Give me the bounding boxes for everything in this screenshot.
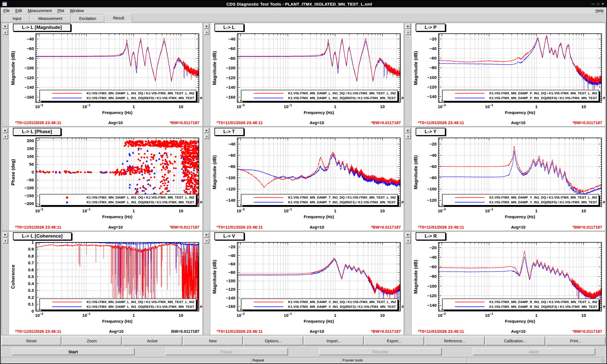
plot-chart: −20−40−60−80−100−120−140−16010−210−1110F… — [210, 241, 404, 328]
tab-result[interactable]: Result — [105, 14, 132, 22]
svg-text:K1:VIS-ITMX_MN_DAMP_R_IN1_DQ /: K1:VIS-ITMX_MN_DAMP_R_IN1_DQ / K1:VIS-IT… — [490, 300, 598, 304]
reset-button[interactable]: Reset — [1, 336, 61, 345]
minimize-icon[interactable]: — — [592, 2, 595, 6]
reference-button[interactable]: Reference... — [425, 336, 484, 345]
plot-panel: ▶ ▲ L-> P −20−40−60−80−100−120−14010−210… — [404, 23, 605, 126]
svg-text:−80: −80 — [27, 56, 34, 61]
print-button[interactable]: Print... — [546, 336, 606, 345]
svg-text:K1:VIS-ITMX_MN_DAMP_R_IN1_DQ(R: K1:VIS-ITMX_MN_DAMP_R_IN1_DQ(REF3) / K1:… — [490, 305, 605, 309]
zoom-button[interactable]: Zoom — [62, 336, 122, 345]
plot-chart: 10.90.80.70.60.50.40.30.20.1010−210−1110… — [9, 241, 202, 328]
svg-text:−80: −80 — [430, 65, 437, 70]
svg-text:−20: −20 — [430, 245, 437, 250]
svg-text:−100: −100 — [226, 279, 235, 283]
plot-panel: ▶ ▲ L-> V −20−40−60−80−100−120−140−16010… — [203, 231, 404, 335]
svg-text:−100: −100 — [24, 186, 34, 190]
expand-right-button[interactable]: ▶ — [3, 128, 8, 133]
tab-measurement[interactable]: Measurement — [30, 15, 71, 22]
svg-text:K1:VIS-ITMX_MN_DAMP_T_IN1_DQ(R: K1:VIS-ITMX_MN_DAMP_T_IN1_DQ(REF1) / K1:… — [288, 200, 404, 204]
svg-text:Frequency (Hz): Frequency (Hz) — [505, 215, 535, 219]
collapse-up-button[interactable]: ▲ — [204, 238, 209, 244]
close-icon[interactable]: ✕ — [601, 2, 604, 6]
plot-t0: *T0=11/01/2026 23:48:11 — [418, 120, 464, 125]
active-button[interactable]: Active — [122, 336, 182, 345]
import-button[interactable]: Import... — [304, 336, 364, 345]
panel-side-strip: ▶ ▲ — [405, 127, 412, 230]
svg-text:−150: −150 — [24, 194, 34, 198]
svg-text:Magnitude (dB): Magnitude (dB) — [413, 260, 418, 294]
svg-text:−80: −80 — [228, 56, 235, 61]
tab-input[interactable]: Input — [4, 15, 30, 22]
maximize-icon[interactable]: □ — [597, 2, 599, 6]
plot-t0: *T0=11/01/2026 23:48:11 — [15, 120, 61, 125]
expand-right-button[interactable]: ▶ — [3, 24, 8, 29]
svg-text:0.4: 0.4 — [28, 281, 34, 286]
menu-item-edit[interactable]: Edit — [13, 8, 25, 13]
svg-text:1: 1 — [132, 313, 135, 318]
tab-excitation[interactable]: Excitation — [71, 15, 105, 22]
svg-text:−40: −40 — [228, 142, 235, 146]
plot-title: L-> P — [416, 24, 445, 31]
svg-text:0.7: 0.7 — [28, 261, 34, 265]
svg-text:K1:VIS-ITMX_MN_DAMP_L_IN1_DQ /: K1:VIS-ITMX_MN_DAMP_L_IN1_DQ / K1:VIS-IT… — [87, 91, 194, 95]
menu-item-help[interactable]: Help — [593, 8, 606, 13]
svg-text:1: 1 — [535, 104, 538, 109]
new-button[interactable]: New — [183, 336, 243, 345]
expand-right-button[interactable]: ▶ — [3, 232, 8, 238]
svg-text:Frequency (Hz): Frequency (Hz) — [102, 215, 133, 219]
expand-right-button[interactable]: ▶ — [204, 232, 209, 238]
options-button[interactable]: Options... — [243, 336, 303, 345]
svg-text:0.5: 0.5 — [28, 274, 34, 279]
plot-chart: −20−40−60−80−100−12010−210−1110Frequency… — [412, 136, 605, 224]
pause-button: Pause — [166, 348, 288, 355]
calibration-button[interactable]: Calibration... — [485, 336, 545, 345]
svg-text:−60: −60 — [430, 56, 437, 60]
plot-t0: *T0=11/01/2026 23:48:11 — [418, 225, 464, 229]
svg-text:−140: −140 — [24, 85, 34, 90]
menu-item-plot[interactable]: Plot — [55, 8, 67, 13]
svg-text:−100: −100 — [427, 75, 437, 80]
collapse-up-button[interactable]: ▲ — [3, 29, 8, 35]
svg-text:−80: −80 — [228, 270, 235, 275]
expand-right-button[interactable]: ▶ — [204, 128, 209, 133]
menu-item-measurement[interactable]: Measurement — [25, 8, 55, 13]
status-section-fourier-tools: Fourier tools — [341, 357, 465, 363]
export-button[interactable]: Export... — [364, 336, 424, 345]
svg-text:−100: −100 — [226, 66, 235, 70]
plot-title: L-> V — [214, 232, 244, 240]
expand-right-button[interactable]: ▶ — [406, 24, 411, 29]
plot-footer: *T0=11/01/2026 23:48:11 Avg=10 *BW=0.011… — [9, 119, 202, 126]
expand-right-button[interactable]: ▶ — [406, 232, 411, 238]
svg-text:K1:VIS-ITMX_MN_DAMP_L_IN1_DQ(R: K1:VIS-ITMX_MN_DAMP_L_IN1_DQ(REF0) / K1:… — [288, 96, 404, 100]
start-button[interactable]: Start — [12, 348, 135, 355]
svg-text:−120: −120 — [427, 85, 437, 89]
collapse-up-button[interactable]: ▲ — [204, 134, 209, 139]
collapse-up-button[interactable]: ▲ — [204, 29, 209, 35]
svg-text:−120: −120 — [427, 198, 437, 203]
plot-t0: *T0=11/01/2026 23:48:11 — [15, 225, 61, 229]
collapse-up-button[interactable]: ▲ — [406, 134, 411, 139]
svg-text:−80: −80 — [430, 176, 437, 180]
collapse-up-button[interactable]: ▲ — [3, 134, 8, 139]
expand-right-button[interactable]: ▶ — [406, 128, 411, 133]
svg-text:−120: −120 — [226, 287, 235, 292]
collapse-up-button[interactable]: ▲ — [406, 29, 411, 35]
menu-item-window[interactable]: Window — [67, 8, 87, 13]
menu-item-file[interactable]: File — [1, 8, 13, 13]
svg-text:K1:VIS-ITMX_MN_DAMP_L_IN1_DQ /: K1:VIS-ITMX_MN_DAMP_L_IN1_DQ / K1:VIS-IT… — [87, 196, 194, 200]
collapse-up-button[interactable]: ▲ — [3, 238, 8, 244]
plot-title: L-> R — [416, 232, 446, 240]
svg-text:−160: −160 — [226, 95, 235, 99]
collapse-up-button[interactable]: ▲ — [406, 238, 411, 244]
plot-bw: BW=0.0117187 — [171, 329, 199, 334]
expand-right-button[interactable]: ▶ — [204, 24, 209, 29]
toolbar: ResetZoomActiveNewOptions...Import...Exp… — [1, 336, 606, 346]
plot-avg: Avg=10 — [61, 225, 170, 229]
plot-bw: *BW=0.0117187 — [170, 225, 200, 229]
plot-t0: *T0=11/01/2026 23:48:11 — [418, 329, 464, 334]
svg-text:10: 10 — [380, 313, 385, 318]
svg-text:K1:VIS-ITMX_MN_DAMP_V_IN1_DQ(R: K1:VIS-ITMX_MN_DAMP_V_IN1_DQ(REF2) / K1:… — [288, 305, 404, 309]
svg-text:−40: −40 — [228, 37, 235, 41]
resize-grip-icon[interactable] — [601, 359, 605, 363]
svg-text:10: 10 — [581, 104, 586, 109]
